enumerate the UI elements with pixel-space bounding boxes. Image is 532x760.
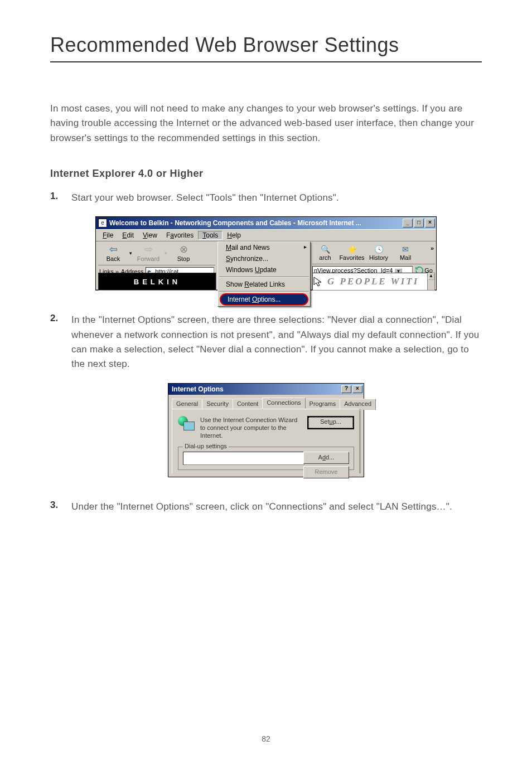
dialup-legend: Dial-up settings — [183, 443, 229, 449]
tab-security[interactable]: Security — [202, 399, 233, 410]
forward-arrow-icon: ⇨ — [134, 244, 162, 255]
belkin-logo-text: BELKIN — [134, 278, 181, 286]
help-button[interactable]: ? — [341, 385, 351, 393]
remove-button[interactable]: Remove — [303, 466, 349, 478]
add-button[interactable]: Add... — [303, 452, 349, 464]
search-button[interactable]: 🔍 arch — [312, 243, 338, 262]
step-1: 1. Start your web browser. Select "Tools… — [50, 191, 482, 205]
close-button[interactable]: × — [425, 219, 435, 227]
menu-favorites[interactable]: Favorites — [162, 231, 198, 240]
menu-edit[interactable]: Edit — [118, 231, 138, 240]
belkin-banner: BELKIN — [98, 273, 216, 291]
stop-button[interactable]: ⊗ Stop — [170, 244, 197, 263]
scroll-up-icon[interactable]: ▲ — [428, 273, 434, 280]
ie-titlebar: e Welcome to Belkin - Networking Compone… — [96, 217, 436, 229]
mail-button[interactable]: ✉ Mail — [393, 243, 418, 262]
options-tabs: General Security Content Connections Pro… — [168, 395, 364, 409]
history-icon: 🕓 — [366, 244, 391, 255]
screenshot-1-wrap: e Welcome to Belkin - Networking Compone… — [50, 216, 482, 291]
menu-view[interactable]: View — [138, 231, 162, 240]
menu-tools[interactable]: Tools — [198, 231, 223, 240]
menu-separator — [219, 277, 309, 278]
forward-button[interactable]: ⇨ Forward — [134, 244, 162, 263]
page-number: 82 — [0, 734, 532, 743]
ie-window-title: Welcome to Belkin - Networking Component… — [109, 219, 402, 227]
history-button[interactable]: 🕓 History — [366, 243, 391, 262]
step-1-number: 1. — [50, 191, 71, 205]
tab-general[interactable]: General — [172, 399, 202, 410]
submenu-arrow-icon: ▸ — [304, 244, 307, 250]
menu-separator — [219, 291, 309, 292]
tab-advanced[interactable]: Advanced — [340, 399, 376, 410]
page-content: G PEOPLE WITI — [312, 273, 428, 291]
stop-icon: ⊗ — [170, 244, 197, 255]
setup-button[interactable]: Setup... — [307, 416, 354, 429]
menu-windows-update[interactable]: Windows Update — [218, 264, 310, 275]
tab-programs[interactable]: Programs — [305, 399, 341, 410]
dialup-list[interactable] — [183, 452, 304, 465]
screenshot-2-wrap: Internet Options ? × General Security Co… — [50, 383, 482, 477]
section-subhead: Internet Explorer 4.0 or Higher — [50, 168, 482, 180]
menu-file[interactable]: File — [98, 231, 118, 240]
tab-content[interactable]: Content — [233, 399, 263, 410]
step-3-text: Under the "Internet Options" screen, cli… — [71, 500, 452, 514]
favorites-button[interactable]: ⭐ Favorites — [339, 243, 365, 262]
favorites-icon: ⭐ — [339, 244, 365, 255]
page-content-text: G PEOPLE WITI — [327, 276, 419, 287]
dialup-settings-group: Dial-up settings Add... Remove — [178, 447, 354, 470]
menu-help[interactable]: Help — [223, 231, 245, 240]
step-3: 3. Under the "Internet Options" screen, … — [50, 500, 482, 514]
menu-internet-options[interactable]: Internet Options... — [220, 293, 308, 306]
intro-paragraph: In most cases, you will not need to make… — [50, 101, 482, 146]
vertical-scrollbar[interactable]: ▲ — [427, 273, 435, 291]
connections-panel: Use the Internet Connection Wizard to co… — [172, 410, 360, 473]
ie-toolbar: ⇦ Back ▾ ⇨ Forward ▾ ⊗ Stop — [96, 241, 436, 290]
options-titlebar: Internet Options ? × — [168, 384, 364, 395]
menu-mail-and-news[interactable]: Mail and News▸ — [218, 242, 310, 253]
step-2: 2. In the "Internet Options" screen, the… — [50, 313, 482, 371]
options-title-text: Internet Options — [172, 385, 340, 393]
search-icon: 🔍 — [312, 244, 338, 255]
mail-icon: ✉ — [393, 244, 418, 255]
step-2-text: In the "Internet Options" screen, there … — [71, 313, 482, 371]
page-title: Recommended Web Browser Settings — [50, 33, 482, 62]
menu-synchronize[interactable]: Synchronize... — [218, 253, 310, 264]
maximize-button[interactable]: □ — [414, 219, 424, 227]
toolbar-overflow[interactable]: » — [431, 245, 434, 251]
back-button[interactable]: ⇦ Back — [99, 244, 127, 263]
step-3-number: 3. — [50, 500, 71, 514]
connection-wizard-icon — [178, 416, 195, 430]
ie-app-icon: e — [98, 219, 107, 227]
menu-show-related-links[interactable]: Show Related Links — [218, 279, 310, 290]
step-2-number: 2. — [50, 313, 71, 371]
back-arrow-icon: ⇦ — [99, 244, 127, 255]
wizard-description: Use the Internet Connection Wizard to co… — [200, 416, 302, 440]
cursor-icon — [313, 276, 324, 287]
internet-options-window: Internet Options ? × General Security Co… — [168, 383, 364, 477]
step-1-text: Start your web browser. Select "Tools" t… — [71, 191, 339, 205]
tools-dropdown: Mail and News▸ Synchronize... Windows Up… — [217, 241, 311, 307]
minimize-button[interactable]: _ — [403, 219, 413, 227]
tab-connections[interactable]: Connections — [262, 398, 305, 409]
ie-window: e Welcome to Belkin - Networking Compone… — [95, 216, 437, 291]
close-button[interactable]: × — [352, 385, 362, 393]
